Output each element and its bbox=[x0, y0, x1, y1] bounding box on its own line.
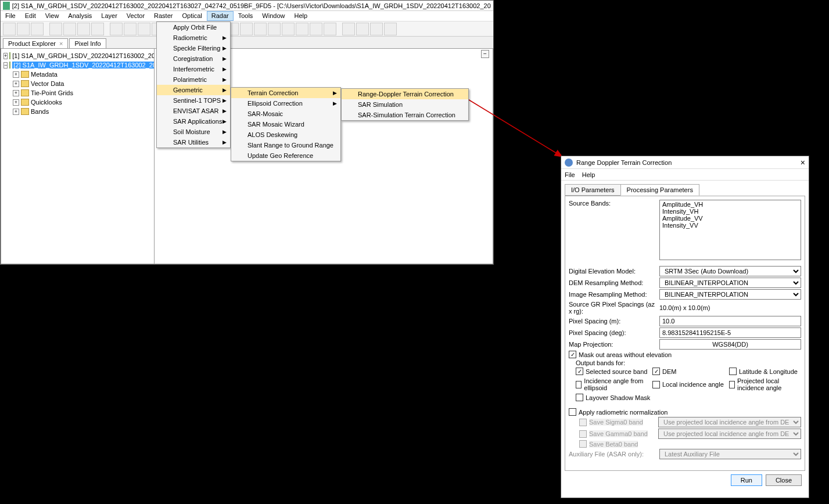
run-button[interactable]: Run bbox=[731, 474, 762, 486]
menu-item[interactable]: SAR Utilities▶ bbox=[157, 137, 230, 147]
mask-checkbox[interactable] bbox=[569, 351, 576, 358]
menu-item[interactable]: Sentinel-1 TOPS▶ bbox=[157, 95, 230, 106]
dem-checkbox[interactable] bbox=[652, 368, 660, 375]
expand-icon[interactable]: + bbox=[13, 90, 19, 96]
menu-item[interactable]: Update Geo Reference bbox=[231, 150, 340, 161]
menu-item[interactable]: Range-Doppler Terrain Correction bbox=[342, 89, 468, 99]
expand-icon[interactable]: + bbox=[13, 99, 19, 106]
tree-node[interactable]: +Tie-Point Grids bbox=[3, 88, 152, 98]
expand-icon[interactable]: + bbox=[13, 71, 19, 78]
menu-item[interactable]: Apply Orbit File bbox=[157, 22, 230, 33]
toolbar-button[interactable] bbox=[49, 23, 62, 35]
pixel-spacing-m-input[interactable] bbox=[659, 316, 801, 326]
toolbar-button[interactable] bbox=[138, 23, 150, 35]
product-explorer-tree[interactable]: +[1] S1A_IW_GRDH_1SDV_20220412T163002_20… bbox=[1, 48, 155, 264]
dem-resampling-select[interactable]: BILINEAR_INTERPOLATION bbox=[659, 278, 801, 288]
selected-source-band-checkbox[interactable] bbox=[576, 368, 583, 375]
tab-io-parameters[interactable]: I/O Parameters bbox=[565, 184, 621, 196]
close-button[interactable]: Close bbox=[766, 474, 802, 486]
latlon-checkbox[interactable] bbox=[729, 368, 737, 375]
menu-vector[interactable]: Vector bbox=[122, 11, 149, 21]
close-icon[interactable]: × bbox=[59, 40, 63, 47]
menu-item[interactable]: Coregistration▶ bbox=[157, 53, 230, 64]
toolbar-button[interactable] bbox=[254, 23, 267, 35]
toolbar-button[interactable] bbox=[296, 23, 308, 35]
menu-optical[interactable]: Optical bbox=[177, 11, 206, 21]
menu-item[interactable]: Speckle Filtering▶ bbox=[157, 43, 230, 53]
menu-item[interactable]: ENVISAT ASAR▶ bbox=[157, 106, 230, 116]
menu-radar[interactable]: Radar bbox=[207, 11, 234, 21]
menu-help[interactable]: Help bbox=[289, 11, 312, 21]
expand-icon[interactable]: − bbox=[3, 62, 8, 69]
layover-checkbox[interactable] bbox=[576, 394, 583, 401]
menu-item[interactable]: SAR Applications▶ bbox=[157, 116, 230, 127]
toolbar-button[interactable] bbox=[324, 23, 336, 35]
minimize-icon[interactable]: − bbox=[481, 50, 489, 58]
toolbar-button[interactable] bbox=[268, 23, 281, 35]
tree-node[interactable]: +Bands bbox=[3, 107, 152, 116]
menu-file[interactable]: File bbox=[1, 11, 20, 21]
pixel-spacing-deg-input[interactable] bbox=[659, 327, 801, 338]
toolbar-button[interactable] bbox=[124, 23, 137, 35]
dem-select[interactable]: SRTM 3Sec (Auto Download) bbox=[659, 266, 801, 276]
tree-node[interactable]: +Quicklooks bbox=[3, 98, 152, 107]
toolbar-button[interactable] bbox=[17, 23, 30, 35]
expand-icon[interactable]: + bbox=[3, 53, 8, 59]
menu-item[interactable]: Radiometric▶ bbox=[157, 33, 230, 43]
menu-item[interactable]: Terrain Correction▶ bbox=[231, 88, 340, 98]
tree-node[interactable]: +Vector Data bbox=[3, 79, 152, 88]
radiometric-normalization-checkbox[interactable] bbox=[569, 408, 576, 416]
local-incidence-checkbox[interactable] bbox=[652, 381, 660, 388]
menu-tools[interactable]: Tools bbox=[234, 11, 258, 21]
toolbar-button[interactable] bbox=[91, 23, 104, 35]
menu-analysis[interactable]: Analysis bbox=[63, 11, 96, 21]
toolbar-button[interactable] bbox=[77, 23, 90, 35]
menu-window[interactable]: Window bbox=[257, 11, 289, 21]
projected-incidence-checkbox[interactable] bbox=[729, 381, 735, 388]
list-item[interactable]: Intensity_VV bbox=[661, 222, 800, 229]
toolbar-button[interactable] bbox=[63, 23, 76, 35]
list-item[interactable]: Intensity_VH bbox=[661, 208, 800, 215]
menu-file[interactable]: File bbox=[565, 171, 575, 178]
image-resampling-select[interactable]: BILINEAR_INTERPOLATION bbox=[659, 289, 801, 300]
menu-item[interactable]: Ellipsoid Correction▶ bbox=[231, 98, 340, 109]
expand-icon[interactable]: + bbox=[13, 109, 19, 115]
menu-item[interactable]: SAR-Simulation Terrain Correction bbox=[342, 110, 468, 120]
tree-node[interactable]: −[2] S1A_IW_GRDH_1SDV_20220412T163002_20… bbox=[3, 60, 152, 70]
menu-view[interactable]: View bbox=[41, 11, 64, 21]
menu-item[interactable]: Geometric▶ bbox=[157, 85, 230, 95]
menu-edit[interactable]: Edit bbox=[20, 11, 41, 21]
toolbar-button[interactable] bbox=[31, 23, 44, 35]
toolbar-button[interactable] bbox=[384, 23, 397, 35]
toolbar-button[interactable] bbox=[240, 23, 253, 35]
menu-item[interactable]: Interferometric▶ bbox=[157, 64, 230, 74]
toolbar-button[interactable] bbox=[370, 23, 383, 35]
toolbar-button[interactable] bbox=[282, 23, 295, 35]
menu-item[interactable]: Soil Moisture▶ bbox=[157, 127, 230, 137]
map-projection-button[interactable]: WGS84(DD) bbox=[659, 339, 801, 350]
menu-item[interactable]: Slant Range to Ground Range bbox=[231, 140, 340, 150]
list-item[interactable]: Amplitude_VH bbox=[661, 201, 800, 208]
menu-item[interactable]: SAR Simulation bbox=[342, 99, 468, 110]
menu-item[interactable]: SAR-Mosaic bbox=[231, 109, 340, 119]
toolbar-button[interactable] bbox=[310, 23, 322, 35]
source-bands-list[interactable]: Amplitude_VHIntensity_VHAmplitude_VVInte… bbox=[659, 200, 801, 260]
menu-layer[interactable]: Layer bbox=[96, 11, 122, 21]
menu-item[interactable]: SAR Mosaic Wizard bbox=[231, 119, 340, 129]
menu-item[interactable]: Polarimetric▶ bbox=[157, 74, 230, 85]
toolbar-button[interactable] bbox=[110, 23, 123, 35]
toolbar-button[interactable] bbox=[3, 23, 16, 35]
menu-help[interactable]: Help bbox=[582, 171, 595, 178]
incidence-ellipsoid-checkbox[interactable] bbox=[576, 381, 582, 388]
close-icon[interactable]: × bbox=[801, 158, 805, 167]
tab-processing-parameters[interactable]: Processing Parameters bbox=[620, 184, 699, 196]
expand-icon[interactable]: + bbox=[13, 81, 19, 87]
menu-raster[interactable]: Raster bbox=[149, 11, 177, 21]
tab-product-explorer[interactable]: Product Explorer× bbox=[3, 38, 68, 48]
toolbar-button[interactable] bbox=[342, 23, 355, 35]
list-item[interactable]: Amplitude_VV bbox=[661, 215, 800, 222]
tab-pixel-info[interactable]: Pixel Info bbox=[69, 38, 106, 48]
menu-item[interactable]: ALOS Deskewing bbox=[231, 129, 340, 140]
tree-node[interactable]: +[1] S1A_IW_GRDH_1SDV_20220412T163002_20… bbox=[3, 51, 152, 60]
toolbar-button[interactable] bbox=[356, 23, 369, 35]
